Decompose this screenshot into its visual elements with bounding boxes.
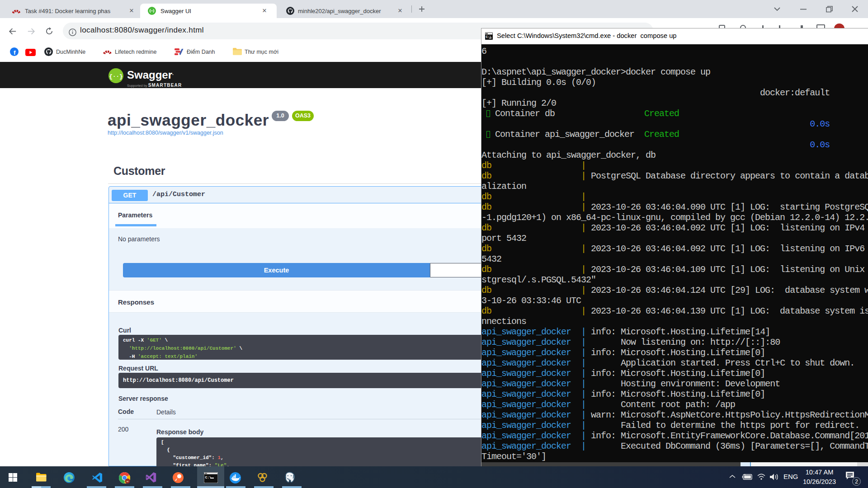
svg-text:f: f: [14, 49, 16, 56]
svg-text:C:\: C:\: [205, 475, 212, 479]
svg-text:{··}: {··}: [109, 74, 123, 80]
